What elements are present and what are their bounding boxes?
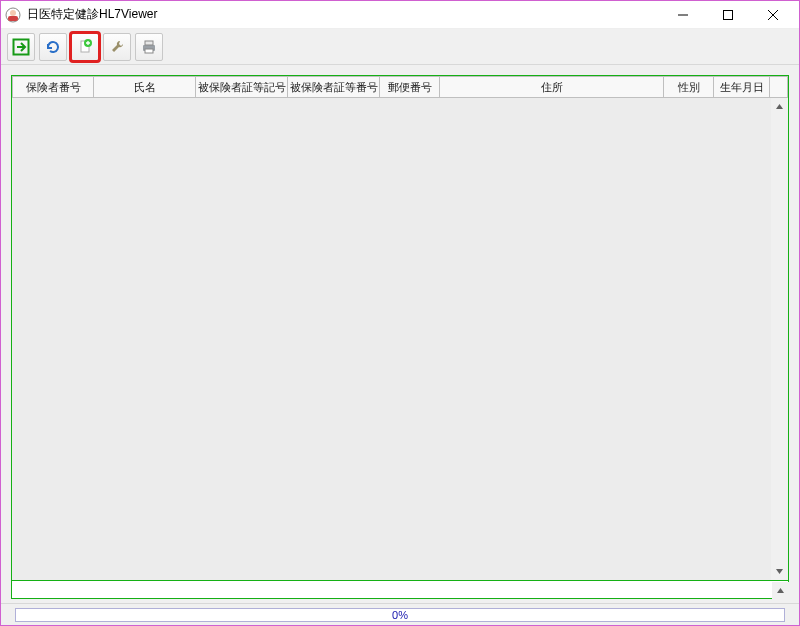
- settings-button[interactable]: [103, 33, 131, 61]
- column-header-cert_symbol[interactable]: 被保険者証等記号: [196, 76, 288, 98]
- column-header-cert_number[interactable]: 被保険者証等番号: [288, 76, 380, 98]
- toolbar: [1, 29, 799, 65]
- vertical-scrollbar-lower[interactable]: [772, 582, 789, 599]
- svg-rect-12: [145, 49, 153, 53]
- table-header-row: 保険者番号氏名被保険者証等記号被保険者証等番号郵便番号住所性別生年月日: [12, 76, 788, 98]
- svg-rect-11: [145, 41, 153, 45]
- printer-icon: [140, 38, 158, 56]
- statusbar: 0%: [1, 603, 799, 625]
- window-title: 日医特定健診HL7Viewer: [27, 6, 660, 23]
- svg-rect-2: [8, 16, 18, 21]
- progress-bar: 0%: [15, 608, 785, 622]
- minimize-icon: [678, 10, 688, 20]
- column-header-name[interactable]: 氏名: [94, 76, 196, 98]
- scroll-up-arrow-icon[interactable]: [772, 582, 789, 599]
- close-icon: [768, 10, 778, 20]
- minimize-button[interactable]: [660, 1, 705, 28]
- export-button[interactable]: [7, 33, 35, 61]
- wrench-icon: [108, 38, 126, 56]
- app-icon: [5, 7, 21, 23]
- maximize-icon: [723, 10, 733, 20]
- data-table: 保険者番号氏名被保険者証等記号被保険者証等番号郵便番号住所性別生年月日: [11, 75, 789, 581]
- refresh-button[interactable]: [39, 33, 67, 61]
- column-header-filler: [770, 76, 788, 98]
- add-button[interactable]: [71, 33, 99, 61]
- close-button[interactable]: [750, 1, 795, 28]
- vertical-scrollbar[interactable]: [771, 98, 788, 580]
- column-header-birth[interactable]: 生年月日: [714, 76, 770, 98]
- print-button[interactable]: [135, 33, 163, 61]
- column-header-postal[interactable]: 郵便番号: [380, 76, 440, 98]
- column-header-insurer_no[interactable]: 保険者番号: [12, 76, 94, 98]
- content-area: 保険者番号氏名被保険者証等記号被保険者証等番号郵便番号住所性別生年月日: [1, 65, 799, 603]
- export-right-icon: [12, 38, 30, 56]
- scroll-up-arrow-icon[interactable]: [771, 98, 788, 115]
- table-body: [12, 98, 788, 580]
- add-page-icon: [76, 38, 94, 56]
- app-window: 日医特定健診HL7Viewer: [0, 0, 800, 626]
- refresh-icon: [44, 38, 62, 56]
- svg-point-1: [10, 10, 16, 16]
- table-footer-strip: [11, 581, 789, 599]
- titlebar: 日医特定健診HL7Viewer: [1, 1, 799, 29]
- column-header-sex[interactable]: 性別: [664, 76, 714, 98]
- progress-text: 0%: [392, 609, 408, 621]
- column-header-address[interactable]: 住所: [440, 76, 664, 98]
- svg-rect-4: [723, 10, 732, 19]
- maximize-button[interactable]: [705, 1, 750, 28]
- scroll-down-arrow-icon[interactable]: [771, 563, 788, 580]
